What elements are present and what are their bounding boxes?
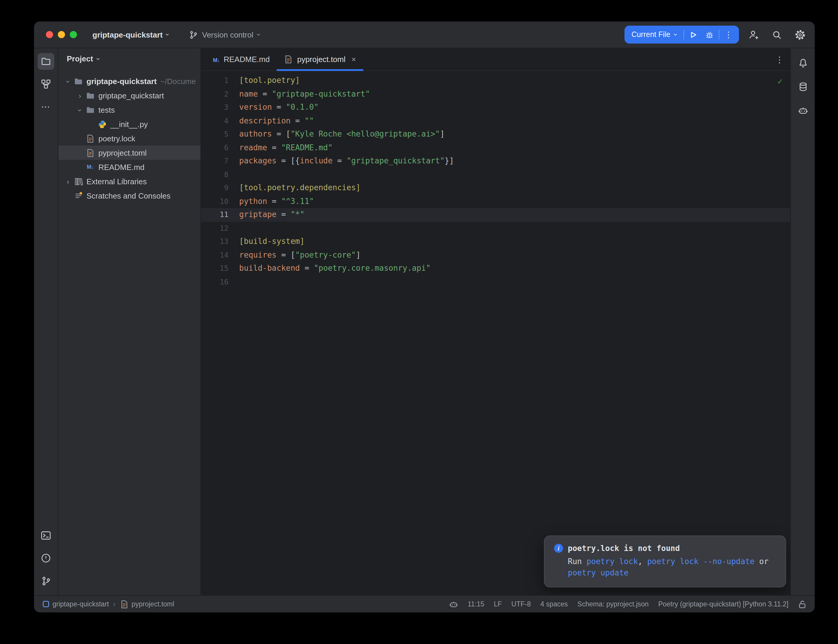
project-tool-button[interactable]: [38, 53, 54, 70]
run-button[interactable]: [685, 28, 702, 42]
line-number[interactable]: 10: [201, 195, 239, 208]
chevron-down-icon[interactable]: ›: [63, 77, 73, 85]
code-line-7[interactable]: 7packages = [{include = "griptape_quicks…: [201, 154, 790, 168]
code-line-8[interactable]: 8: [201, 168, 790, 181]
tree-item-poetry.lock[interactable]: poetry.lock: [58, 131, 200, 146]
ai-status-icon[interactable]: [449, 600, 458, 608]
status-item[interactable]: Schema: pyproject.json: [577, 600, 649, 608]
code-line-12[interactable]: 12: [201, 222, 790, 235]
code-line-2[interactable]: 2name = "griptape-quickstart": [201, 87, 790, 101]
problems-tool-button[interactable]: [38, 550, 54, 567]
line-number[interactable]: 5: [201, 128, 239, 141]
folder-icon: [85, 105, 95, 114]
toast-body: Run poetry lock, poetry lock --no-update…: [554, 556, 776, 578]
git-branch-icon: [189, 30, 198, 39]
notifications-button[interactable]: [794, 54, 811, 71]
lock-open-icon[interactable]: [798, 600, 807, 608]
line-number[interactable]: 4: [201, 114, 239, 128]
line-number[interactable]: 8: [201, 168, 239, 181]
tree-item-label: griptape-quickstart: [87, 77, 157, 85]
inspections-ok-icon[interactable]: ✓: [777, 76, 782, 86]
status-item[interactable]: 4 spaces: [541, 600, 568, 608]
tree-item-__init__.py[interactable]: __init__.py: [58, 117, 200, 131]
code-line-5[interactable]: 5authors = ["Kyle Roche <hello@griptape.…: [201, 128, 790, 141]
breadcrumb-pyproject.toml[interactable]: pyproject.toml: [120, 600, 174, 608]
markdown-icon: M↓: [213, 55, 220, 64]
editor-tabbar: M↓README.mdpyproject.toml× ⋮: [201, 48, 790, 71]
line-number[interactable]: 2: [201, 87, 239, 101]
tree-item-pyproject.toml[interactable]: pyproject.toml: [58, 146, 200, 160]
close-button[interactable]: [46, 31, 53, 38]
line-number[interactable]: 13: [201, 235, 239, 248]
tree-item-label: poetry.lock: [99, 134, 135, 143]
tabbar-spacer: [363, 48, 769, 71]
chevron-right-icon[interactable]: ›: [63, 177, 73, 186]
tab-pyproject.toml[interactable]: pyproject.toml×: [277, 48, 363, 71]
toast-link[interactable]: poetry lock: [587, 557, 638, 566]
code-editor[interactable]: 1[tool.poetry]2name = "griptape-quicksta…: [201, 71, 790, 595]
line-number[interactable]: 6: [201, 141, 239, 154]
status-item[interactable]: Poetry (griptape-quickstart) [Python 3.1…: [658, 600, 789, 608]
close-tab-icon[interactable]: ×: [351, 55, 356, 64]
project-panel-header[interactable]: Project ›: [58, 48, 200, 69]
info-icon: i: [554, 544, 563, 553]
vcs-widget[interactable]: Version control ›: [189, 30, 260, 39]
code-line-4[interactable]: 4description = "": [201, 114, 790, 128]
window-controls: [46, 31, 77, 38]
status-item[interactable]: 11:15: [468, 600, 484, 608]
more-tools-button[interactable]: ⋯: [38, 99, 54, 115]
terminal-tool-button[interactable]: [38, 527, 54, 544]
line-number[interactable]: 7: [201, 154, 239, 168]
line-number[interactable]: 12: [201, 222, 239, 235]
line-number[interactable]: 3: [201, 101, 239, 114]
chevron-right-icon[interactable]: ›: [75, 91, 85, 100]
code-line-9[interactable]: 9[tool.poetry.dependencies]: [201, 181, 790, 195]
code-line-11[interactable]: 11griptape = "*": [201, 208, 790, 222]
tree-item-tests[interactable]: ›tests: [58, 103, 200, 117]
line-number[interactable]: 11: [201, 208, 239, 222]
add-user-button[interactable]: [744, 26, 762, 44]
line-number[interactable]: 9: [201, 181, 239, 195]
folder-icon: [85, 91, 95, 100]
project-switcher[interactable]: griptape-quickstart ›: [92, 30, 169, 39]
run-more-icon[interactable]: ⋮: [720, 28, 737, 42]
search-button[interactable]: [767, 26, 785, 44]
code-line-1[interactable]: 1[tool.poetry]: [201, 74, 790, 87]
tree-item-README.md[interactable]: M↓README.md: [58, 160, 200, 174]
desktop: griptape-quickstart › Version control › …: [0, 0, 838, 644]
line-number[interactable]: 1: [201, 74, 239, 87]
tree-item-griptape-quickstart[interactable]: ›griptape-quickstart~/Docume: [58, 74, 200, 88]
code-line-10[interactable]: 10python = "^3.11": [201, 195, 790, 208]
code-line-3[interactable]: 3version = "0.1.0": [201, 101, 790, 114]
breadcrumb-griptape-quickstart[interactable]: griptape-quickstart: [42, 600, 109, 608]
status-item[interactable]: UTF-8: [511, 600, 531, 608]
line-number[interactable]: 14: [201, 248, 239, 262]
line-number[interactable]: 15: [201, 262, 239, 275]
toast-link[interactable]: poetry update: [568, 568, 629, 577]
run-config-selector[interactable]: Current File ›: [631, 30, 682, 39]
tree-item-Scratches and Consoles[interactable]: Scratches and Consoles: [58, 189, 200, 203]
tree-item-griptape_quickstart[interactable]: ›griptape_quickstart: [58, 88, 200, 103]
chevron-down-icon[interactable]: ›: [75, 105, 85, 114]
toast-header: i poetry.lock is not found: [554, 544, 776, 553]
toast-link[interactable]: poetry lock --no-update: [647, 557, 754, 566]
code-line-16[interactable]: 16: [201, 275, 790, 289]
database-tool-button[interactable]: [794, 78, 811, 95]
code-line-13[interactable]: 13[build-system]: [201, 235, 790, 248]
minimize-button[interactable]: [58, 31, 65, 38]
tree-item-External Libraries[interactable]: ›External Libraries: [58, 174, 200, 189]
code-line-6[interactable]: 6readme = "README.md": [201, 141, 790, 154]
tab-README.md[interactable]: M↓README.md: [206, 48, 277, 71]
ai-assistant-button[interactable]: [794, 102, 811, 119]
line-number[interactable]: 16: [201, 275, 239, 289]
tab-options-icon[interactable]: ⋮: [769, 48, 790, 71]
settings-button[interactable]: [791, 26, 809, 44]
code-line-14[interactable]: 14requires = ["poetry-core"]: [201, 248, 790, 262]
structure-tool-button[interactable]: [38, 76, 54, 92]
zoom-button[interactable]: [70, 31, 77, 38]
vcs-tool-button[interactable]: [38, 572, 54, 589]
debug-button[interactable]: [702, 28, 718, 42]
code-line-15[interactable]: 15build-backend = "poetry.core.masonry.a…: [201, 262, 790, 275]
toml-icon: [284, 55, 293, 64]
status-item[interactable]: LF: [494, 600, 502, 608]
